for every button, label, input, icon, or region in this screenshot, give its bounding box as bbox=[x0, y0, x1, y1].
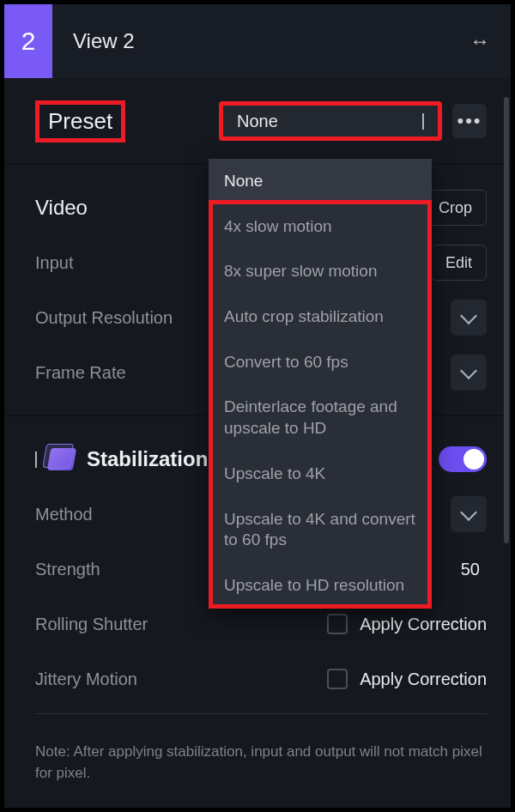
strength-value: 50 bbox=[461, 560, 487, 579]
divider bbox=[35, 713, 487, 714]
preset-option-auto-crop-stabilization[interactable]: Auto crop stabilization bbox=[209, 294, 432, 340]
kebab-icon: ••• bbox=[457, 110, 482, 132]
rolling-shutter-apply-label: Apply Correction bbox=[360, 615, 487, 634]
preset-option-convert-60fps[interactable]: Convert to 60 fps bbox=[209, 340, 432, 385]
chevron-down-icon bbox=[460, 307, 477, 324]
input-label: Input bbox=[35, 253, 73, 273]
crop-button[interactable]: Crop bbox=[424, 190, 487, 226]
frame-rate-label: Frame Rate bbox=[35, 363, 126, 383]
stabilization-heading: Stabilization bbox=[87, 447, 208, 471]
preset-option-deinterlace-upscale-hd[interactable]: Deinterlace footage and upscale to HD bbox=[209, 385, 432, 451]
chevron-down-icon bbox=[460, 362, 477, 379]
stabilization-icon bbox=[47, 448, 77, 470]
expand-horizontal-icon[interactable]: ↔ bbox=[470, 29, 490, 53]
preset-label: Preset bbox=[48, 108, 112, 134]
preset-option-upscale-hd[interactable]: Upscale to HD resolution bbox=[209, 563, 432, 609]
scrollbar[interactable] bbox=[504, 97, 509, 543]
preset-option-upscale-4k[interactable]: Upscale to 4K bbox=[209, 451, 432, 497]
edit-button[interactable]: Edit bbox=[431, 245, 487, 281]
preset-option-none[interactable]: None bbox=[209, 159, 432, 204]
strength-label: Strength bbox=[35, 560, 100, 579]
rolling-shutter-label: Rolling Shutter bbox=[35, 615, 148, 634]
video-heading: Video bbox=[35, 196, 88, 220]
chevron-down-icon bbox=[422, 113, 424, 129]
rolling-shutter-checkbox[interactable] bbox=[327, 614, 348, 634]
preset-option-8x-super-slow-motion[interactable]: 8x super slow motion bbox=[209, 249, 432, 294]
method-label: Method bbox=[35, 505, 93, 524]
preset-option-upscale-4k-60fps[interactable]: Upscale to 4K and convert to 60 fps bbox=[209, 497, 432, 563]
view-index-badge: 2 bbox=[4, 4, 52, 78]
output-resolution-select[interactable] bbox=[451, 300, 487, 336]
chevron-down-icon[interactable] bbox=[35, 451, 37, 467]
preset-select[interactable]: None bbox=[219, 101, 442, 141]
preset-section: Preset None ••• bbox=[4, 78, 511, 164]
preset-more-button[interactable]: ••• bbox=[452, 104, 487, 138]
stabilization-toggle[interactable] bbox=[439, 446, 487, 472]
preset-select-value: None bbox=[237, 112, 422, 131]
frame-rate-select[interactable] bbox=[451, 354, 487, 391]
chevron-down-icon bbox=[460, 504, 477, 521]
output-resolution-label: Output Resolution bbox=[35, 308, 173, 328]
stabilization-note: Note: After applying stabilization, inpu… bbox=[4, 742, 511, 801]
jittery-motion-apply-label: Apply Correction bbox=[360, 670, 487, 689]
preset-option-4x-slow-motion[interactable]: 4x slow motion bbox=[209, 204, 432, 250]
jittery-motion-checkbox[interactable] bbox=[327, 669, 348, 689]
preset-label-highlight: Preset bbox=[35, 100, 125, 142]
method-select[interactable] bbox=[451, 496, 487, 532]
preset-dropdown[interactable]: None 4x slow motion 8x super slow motion… bbox=[209, 159, 432, 609]
view-header: 2 View 2 ↔ bbox=[4, 4, 511, 78]
view-title: View 2 bbox=[73, 29, 135, 53]
jittery-motion-label: Jittery Motion bbox=[35, 670, 137, 689]
